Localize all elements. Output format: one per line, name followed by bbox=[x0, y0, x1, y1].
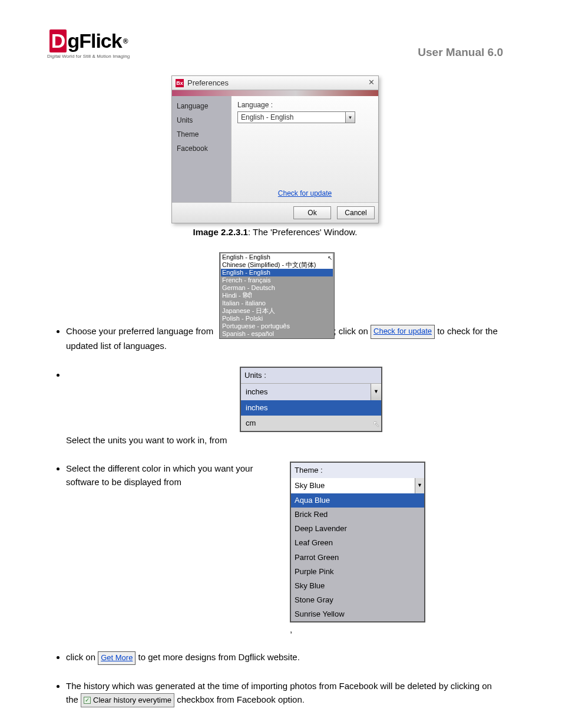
sidebar-item-language[interactable]: Language bbox=[177, 102, 226, 110]
language-select-value: English - English bbox=[238, 112, 345, 123]
manual-title: User Manual 6.0 bbox=[418, 46, 503, 59]
list-item[interactable]: Deep Lavender bbox=[291, 522, 424, 536]
theme-select[interactable]: Sky Blue ▼ bbox=[291, 478, 424, 493]
text: Select the different color in which you … bbox=[66, 462, 254, 489]
list-item[interactable]: Leaf Green bbox=[291, 536, 424, 550]
language-select[interactable]: English - English ▼ bbox=[237, 111, 355, 123]
instruction-list: Choose your preferred language from ; cl… bbox=[66, 324, 503, 707]
chevron-down-icon[interactable]: ▼ bbox=[345, 112, 355, 123]
preferences-sidebar: Language Units Theme Facebook bbox=[172, 96, 231, 202]
list-item[interactable]: Polish - Polski bbox=[221, 315, 333, 322]
preferences-footer: Ok Cancel bbox=[172, 202, 378, 223]
close-icon[interactable]: ✕ bbox=[368, 78, 375, 87]
list-item[interactable]: Aqua Blue bbox=[291, 493, 424, 508]
list-item[interactable]: Sunrise Yellow bbox=[291, 607, 424, 621]
checkmark-icon: ✓ bbox=[84, 697, 91, 704]
logo-tagline: Digital World for Still & Motion Imaging bbox=[47, 54, 130, 59]
instruction-item: Select the different color in which you … bbox=[66, 462, 503, 637]
logo-d-icon: D bbox=[49, 29, 67, 52]
list-item[interactable]: inches bbox=[241, 400, 381, 416]
theme-select-value: Sky Blue bbox=[291, 478, 415, 493]
chevron-down-icon[interactable]: ▼ bbox=[371, 384, 381, 400]
page-header: DgFlick® Digital World for Still & Motio… bbox=[47, 29, 503, 59]
list-item[interactable]: Italian - italiano bbox=[221, 299, 333, 307]
instruction-item: Choose your preferred language from ; cl… bbox=[66, 324, 503, 353]
caption-bold: Image 2.2.3.1 bbox=[193, 227, 248, 237]
list-item[interactable]: Parrot Green bbox=[291, 551, 424, 565]
list-item[interactable]: English - English bbox=[221, 253, 333, 261]
units-label: Units : bbox=[241, 368, 381, 383]
list-item[interactable]: French - français bbox=[221, 276, 333, 284]
clear-history-checkbox[interactable]: ✓ Clear history everytime bbox=[81, 693, 174, 707]
list-item[interactable]: Sky Blue bbox=[291, 579, 424, 593]
list-item[interactable]: German - Deutsch bbox=[221, 284, 333, 292]
text: cm bbox=[246, 419, 256, 427]
window-app-icon: Bx bbox=[176, 79, 184, 87]
theme-dropdown-figure: Theme : Sky Blue ▼ Aqua Blue Brick Red D… bbox=[290, 462, 425, 623]
text: Select the units you want to work in, fr… bbox=[66, 435, 227, 445]
window-decoration-strip bbox=[172, 90, 378, 96]
language-label: Language : bbox=[237, 101, 372, 109]
preferences-window-figure: Bx Preferences ✕ Language Units Theme Fa… bbox=[171, 75, 379, 223]
window-title-bar: Bx Preferences ✕ bbox=[172, 76, 378, 90]
sidebar-item-units[interactable]: Units bbox=[177, 116, 226, 124]
ok-button[interactable]: Ok bbox=[293, 206, 331, 219]
text: checkbox from Facebook option. bbox=[177, 694, 305, 704]
trailing-comma: , bbox=[290, 624, 292, 634]
get-more-inline-link[interactable]: Get More bbox=[98, 651, 135, 665]
list-item[interactable]: English - English bbox=[221, 269, 333, 276]
units-select-value: inches bbox=[241, 384, 371, 400]
preferences-main-panel: Language : English - English ▼ Check for… bbox=[231, 96, 378, 202]
text: click on bbox=[66, 652, 98, 662]
check-for-update-link[interactable]: Check for update bbox=[232, 189, 378, 197]
units-dropdown-figure: Units : inches ▼ inches cm ↖ bbox=[240, 367, 382, 433]
list-item[interactable]: Purple Pink bbox=[291, 565, 424, 579]
list-item[interactable]: Brick Red bbox=[291, 508, 424, 522]
cursor-icon: ↖ bbox=[327, 254, 333, 262]
logo: DgFlick® Digital World for Still & Motio… bbox=[47, 29, 130, 59]
instruction-item: click on Get More to get more designs fr… bbox=[66, 650, 503, 665]
list-item[interactable]: Japanese - 日本人 bbox=[221, 307, 333, 315]
figure-caption: Image 2.2.3.1: The 'Preferences' Window. bbox=[47, 227, 503, 237]
theme-label: Theme : bbox=[291, 463, 424, 478]
cancel-button[interactable]: Cancel bbox=[337, 206, 375, 219]
caption-rest: : The 'Preferences' Window. bbox=[248, 227, 358, 237]
logo-text: gFlick bbox=[67, 29, 121, 52]
list-item[interactable]: cm ↖ bbox=[241, 416, 381, 431]
sidebar-item-theme[interactable]: Theme bbox=[177, 130, 226, 139]
chevron-down-icon[interactable]: ▼ bbox=[415, 478, 424, 493]
logo-registered-icon: ® bbox=[123, 37, 128, 45]
checkbox-label: Clear history everytime bbox=[93, 694, 171, 706]
text: Choose your preferred language from bbox=[66, 326, 216, 336]
units-select[interactable]: inches ▼ bbox=[241, 383, 381, 400]
window-title-text: Preferences bbox=[187, 78, 229, 87]
instruction-item: The history which was generated at the t… bbox=[66, 679, 503, 707]
text: to get more designs from Dgflick website… bbox=[138, 652, 300, 662]
instruction-item: Units : inches ▼ inches cm ↖ Select the … bbox=[66, 367, 503, 447]
cursor-icon: ↖ bbox=[373, 418, 380, 431]
list-item[interactable]: Hindi - हिंदी bbox=[221, 292, 333, 299]
list-item[interactable]: Stone Gray bbox=[291, 593, 424, 607]
list-item[interactable]: Chinese (Simplified) - 中文(简体) bbox=[221, 261, 333, 269]
preferences-window: Bx Preferences ✕ Language Units Theme Fa… bbox=[171, 75, 379, 223]
sidebar-item-facebook[interactable]: Facebook bbox=[177, 144, 226, 153]
text: ; click on bbox=[333, 326, 371, 336]
check-for-update-inline-link[interactable]: Check for update bbox=[371, 325, 435, 338]
